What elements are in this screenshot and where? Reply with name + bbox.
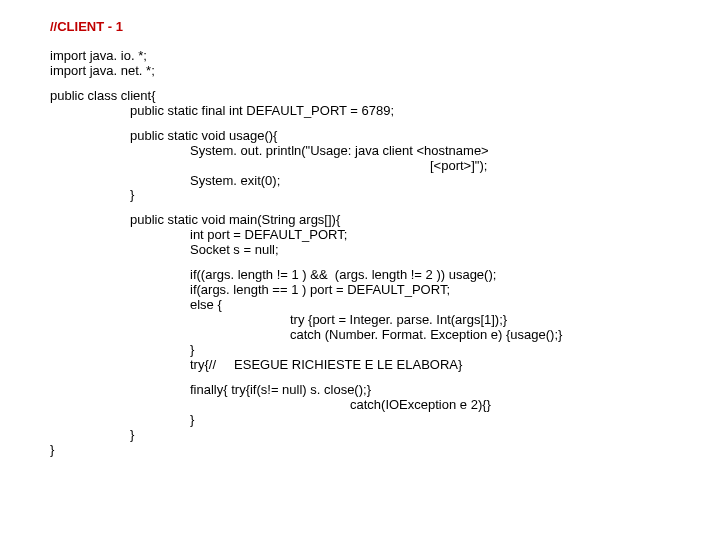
field-declaration: public static final int DEFAULT_PORT = 6… <box>50 104 720 119</box>
code-line: try {port = Integer. parse. Int(args[1])… <box>50 313 720 328</box>
import-line: import java. net. *; <box>50 64 720 79</box>
imports-block: import java. io. *; import java. net. *; <box>50 49 720 79</box>
code-line: else { <box>50 298 720 313</box>
code-line: if(args. length == 1 ) port = DEFAULT_PO… <box>50 283 720 298</box>
code-line: System. exit(0); <box>50 174 720 189</box>
import-line: import java. io. *; <box>50 49 720 64</box>
code-line: finally{ try{if(s!= null) s. close();} <box>50 383 720 398</box>
close-brace: } <box>50 188 720 203</box>
close-brace: } <box>50 428 720 443</box>
close-brace: } <box>50 413 720 428</box>
code-line: if((args. length != 1 ) && (args. length… <box>50 268 720 283</box>
method-signature: public static void usage(){ <box>50 129 720 144</box>
code-line: } <box>50 343 720 358</box>
code-slide: //CLIENT - 1 import java. io. *; import … <box>0 0 720 457</box>
slide-title: //CLIENT - 1 <box>50 20 720 35</box>
method-signature: public static void main(String args[]){ <box>50 213 720 228</box>
code-line: System. out. println("Usage: java client… <box>50 144 720 159</box>
code-line: int port = DEFAULT_PORT; <box>50 228 720 243</box>
code-line: Socket s = null; <box>50 243 720 258</box>
class-declaration: public class client{ <box>50 89 720 104</box>
code-line: try{// ESEGUE RICHIESTE E LE ELABORA} <box>50 358 720 373</box>
code-line: catch(IOException e 2){} <box>50 398 720 413</box>
code-line: [<port>]"); <box>50 159 720 174</box>
close-brace: } <box>50 443 720 458</box>
code-line: catch (Number. Format. Exception e) {usa… <box>50 328 720 343</box>
